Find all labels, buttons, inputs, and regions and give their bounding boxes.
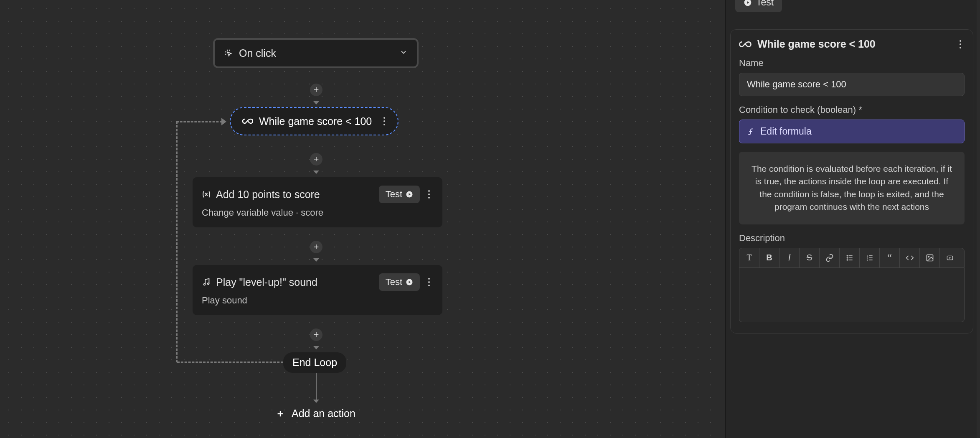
add-action-label: Add an action: [292, 407, 355, 420]
svg-point-15: [847, 260, 848, 260]
trigger-label: On click: [239, 47, 276, 59]
edit-formula-button[interactable]: Edit formula: [739, 120, 965, 143]
connector-arrow-icon: [313, 346, 319, 349]
condition-field-label: Condition to check (boolean) *: [739, 104, 965, 115]
cursor-click-icon: [224, 48, 233, 58]
name-field-label: Name: [739, 58, 965, 69]
end-loop-node[interactable]: End Loop: [283, 352, 346, 373]
connector-line: [316, 373, 317, 400]
svg-marker-25: [950, 257, 951, 259]
panel-menu-button[interactable]: [956, 40, 965, 48]
toolbar-image[interactable]: [920, 248, 940, 267]
add-node-button[interactable]: +: [310, 328, 322, 341]
play-circle-icon: [406, 278, 413, 286]
toolbar-text-style[interactable]: T: [739, 248, 759, 267]
connector-arrow-icon: [313, 400, 319, 403]
loop-back-connector: [176, 121, 222, 122]
action-node-add-points[interactable]: Add 10 points to score Test Change varia…: [193, 177, 442, 227]
node-properties-card: While game score < 100 Name Condition to…: [730, 29, 973, 334]
trigger-node[interactable]: On click: [213, 38, 419, 68]
toolbar-quote[interactable]: “: [880, 248, 900, 267]
panel-test-label: Test: [756, 0, 774, 8]
action-subtitle: Change variable value · score: [202, 207, 433, 218]
node-menu-button[interactable]: [425, 278, 433, 286]
music-note-icon: [202, 278, 211, 287]
connector-arrow-icon: [313, 101, 319, 104]
toolbar-bold[interactable]: B: [759, 248, 779, 267]
action-node-play-sound[interactable]: Play "level-up!" sound Test Play sound: [193, 265, 442, 315]
edit-formula-label: Edit formula: [760, 126, 812, 137]
toolbar-link[interactable]: [820, 248, 840, 267]
toolbar-video[interactable]: [940, 248, 960, 267]
toolbar-italic[interactable]: I: [779, 248, 800, 267]
description-editor[interactable]: [739, 268, 965, 322]
test-button[interactable]: Test: [379, 273, 420, 291]
chevron-down-icon[interactable]: [399, 48, 408, 58]
svg-point-13: [847, 255, 848, 256]
add-node-button[interactable]: +: [310, 241, 322, 253]
toolbar-code[interactable]: [900, 248, 920, 267]
svg-point-2: [204, 284, 206, 285]
loop-back-connector: [177, 362, 283, 363]
description-field-label: Description: [739, 233, 965, 244]
loop-back-connector: [176, 121, 178, 362]
action-title: Add 10 points to score: [216, 188, 374, 201]
toolbar-numbered-list[interactable]: 123: [860, 248, 880, 267]
editor-toolbar: T B I S 123 “: [739, 248, 965, 268]
svg-point-14: [847, 257, 848, 258]
connector-arrow-icon: [313, 171, 319, 174]
play-circle-icon: [744, 0, 752, 7]
condition-help-text: The condition is evaluated before each i…: [739, 152, 965, 224]
play-circle-icon: [406, 191, 413, 198]
svg-point-23: [928, 256, 929, 257]
add-node-button[interactable]: +: [310, 153, 322, 166]
test-button[interactable]: Test: [379, 186, 420, 203]
infinity-icon: [739, 41, 752, 48]
add-action-button[interactable]: Add an action: [275, 407, 355, 420]
svg-point-3: [208, 283, 209, 285]
add-node-button[interactable]: +: [310, 84, 322, 96]
toolbar-bullet-list[interactable]: [840, 248, 860, 267]
panel-test-button[interactable]: Test: [735, 0, 782, 12]
name-input[interactable]: [739, 73, 965, 96]
connector-arrow-icon: [313, 258, 319, 262]
test-button-label: Test: [386, 277, 402, 288]
function-icon: [747, 127, 755, 136]
loop-arrow-icon: [221, 118, 226, 125]
toolbar-strikethrough[interactable]: S: [800, 248, 820, 267]
inspector-panel: Test While game score < 100 Name Conditi…: [725, 0, 977, 438]
while-loop-node[interactable]: While game score < 100: [230, 107, 399, 135]
svg-text:3: 3: [866, 259, 868, 261]
while-node-label: While game score < 100: [259, 115, 372, 127]
panel-title: While game score < 100: [757, 38, 950, 50]
test-button-label: Test: [386, 189, 402, 200]
flow-canvas[interactable]: On click + While game score < 100 + Add …: [0, 0, 722, 438]
infinity-icon: [242, 118, 253, 125]
end-loop-label: End Loop: [292, 357, 337, 368]
node-menu-button[interactable]: [380, 117, 388, 125]
variable-icon: [202, 190, 211, 199]
action-subtitle: Play sound: [202, 295, 433, 306]
plus-icon: [275, 408, 286, 419]
node-menu-button[interactable]: [425, 190, 433, 199]
action-title: Play "level-up!" sound: [216, 276, 374, 288]
